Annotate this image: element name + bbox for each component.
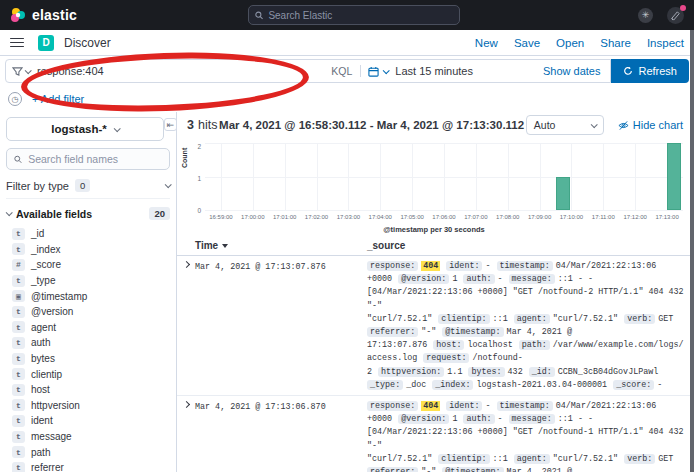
field-item-host[interactable]: thost bbox=[6, 382, 170, 398]
field-name: _type bbox=[31, 275, 55, 286]
user-avatar[interactable] bbox=[667, 7, 684, 24]
x-axis-label: @timestamp per 30 seconds bbox=[183, 225, 685, 234]
query-language-button[interactable]: KQL bbox=[323, 65, 361, 77]
field-item-httpversion[interactable]: thttpversion bbox=[6, 398, 170, 414]
source-field-key: clientip: bbox=[438, 454, 489, 464]
source-field-key: auth: bbox=[463, 274, 494, 284]
x-tick-label: 17:11:00 bbox=[592, 214, 615, 220]
x-tick-label: 17:06:00 bbox=[432, 214, 455, 220]
time-range-title: Mar 4, 2021 @ 16:58:30.112 - Mar 4, 2021… bbox=[217, 119, 525, 131]
time-range-label[interactable]: Last 15 minutes bbox=[395, 65, 533, 77]
field-item-bytes[interactable]: tbytes bbox=[6, 351, 170, 367]
refresh-button[interactable]: Refresh bbox=[611, 59, 689, 83]
string-field-type-icon: t bbox=[12, 337, 25, 349]
discover-main: 3 hits Mar 4, 2021 @ 16:58:30.112 - Mar … bbox=[177, 112, 694, 472]
filter-bar: ◷ + Add filter bbox=[0, 86, 694, 112]
time-column-header[interactable]: Time bbox=[177, 240, 367, 251]
histogram-bar-17:13:00[interactable] bbox=[667, 143, 681, 210]
x-tick-label: 17:01:00 bbox=[273, 214, 296, 220]
global-search-input[interactable] bbox=[268, 10, 453, 21]
available-fields-count-badge: 20 bbox=[149, 207, 170, 220]
source-field-value: 1.1 bbox=[447, 367, 462, 377]
search-icon bbox=[255, 11, 263, 20]
help-icon[interactable]: ✳ bbox=[638, 8, 653, 23]
filter-options-icon[interactable]: ◷ bbox=[8, 92, 22, 106]
index-pattern-label: logstash-* bbox=[51, 123, 107, 135]
field-item-clientip[interactable]: tclientip bbox=[6, 366, 170, 382]
source-field-value: logstash-2021.03.04-000001 bbox=[476, 380, 607, 390]
source-field-key: _id: bbox=[529, 367, 555, 377]
string-field-type-icon: t bbox=[12, 384, 25, 396]
source-field-key: @version: bbox=[398, 274, 449, 284]
source-field-value: ::1 bbox=[493, 314, 508, 324]
share-button[interactable]: Share bbox=[600, 37, 631, 49]
available-fields-label: Available fields bbox=[16, 208, 92, 220]
menu-icon[interactable] bbox=[10, 38, 24, 48]
elastic-logo-icon bbox=[10, 7, 26, 23]
expand-row-button[interactable] bbox=[177, 400, 195, 472]
field-item-_id[interactable]: t_id bbox=[6, 226, 170, 242]
histogram-bar-17:09:30[interactable] bbox=[556, 177, 570, 211]
expand-row-button[interactable] bbox=[177, 260, 195, 392]
string-field-type-icon: t bbox=[12, 228, 25, 240]
add-filter-button[interactable]: + Add filter bbox=[32, 93, 84, 105]
breadcrumb[interactable]: Discover bbox=[64, 36, 111, 50]
interval-select[interactable]: Auto bbox=[526, 115, 604, 135]
app-navbar: D Discover New Save Open Share Inspect bbox=[0, 30, 694, 56]
x-tick-label: 17:12:00 bbox=[624, 214, 647, 220]
field-name: auth bbox=[31, 337, 50, 348]
field-item-ident[interactable]: tident bbox=[6, 413, 170, 429]
filter-funnel-icon bbox=[12, 66, 23, 77]
field-item-@version[interactable]: t@version bbox=[6, 304, 170, 320]
elastic-logo[interactable]: elastic bbox=[10, 7, 77, 23]
field-item-agent[interactable]: tagent bbox=[6, 320, 170, 336]
save-button[interactable]: Save bbox=[514, 37, 540, 49]
collapse-sidebar-icon[interactable]: ⇤ bbox=[164, 118, 177, 131]
field-item-path[interactable]: tpath bbox=[6, 444, 170, 460]
field-list: t_idt_index#_scoret_type▣@timestampt@ver… bbox=[6, 226, 170, 472]
x-tick-label: 17:02:00 bbox=[305, 214, 328, 220]
show-dates-button[interactable]: Show dates bbox=[533, 65, 610, 77]
string-field-type-icon: t bbox=[12, 275, 25, 287]
query-bar: KQL Last 15 minutes Show dates Refresh bbox=[0, 56, 694, 86]
field-name: _index bbox=[31, 244, 60, 255]
scrollbar-thumb[interactable] bbox=[690, 30, 694, 472]
field-item-referrer[interactable]: treferrer bbox=[6, 460, 170, 472]
new-button[interactable]: New bbox=[475, 37, 498, 49]
x-tick-label: 16:59:00 bbox=[209, 214, 232, 220]
field-item-_type[interactable]: t_type bbox=[6, 273, 170, 289]
index-pattern-select[interactable]: logstash-* bbox=[6, 117, 164, 141]
field-item-_score[interactable]: #_score bbox=[6, 257, 170, 273]
field-item-@timestamp[interactable]: ▣@timestamp bbox=[6, 288, 170, 304]
field-search-input[interactable] bbox=[28, 153, 162, 165]
source-field-key: @timestamp: bbox=[442, 327, 503, 337]
x-tick-label: 17:00:00 bbox=[241, 214, 264, 220]
gridline bbox=[205, 177, 683, 178]
hide-chart-label: Hide chart bbox=[633, 119, 683, 131]
inspect-button[interactable]: Inspect bbox=[647, 37, 684, 49]
source-field-key: message: bbox=[509, 414, 555, 424]
x-tick-label: 17:13:00 bbox=[655, 214, 678, 220]
query-input[interactable] bbox=[37, 65, 323, 77]
filter-by-type-button[interactable]: Filter by type 0 bbox=[6, 177, 170, 199]
source-field-value: - bbox=[485, 261, 490, 271]
global-search[interactable] bbox=[248, 5, 460, 25]
gridline bbox=[205, 210, 683, 211]
saved-query-menu-button[interactable] bbox=[6, 66, 37, 77]
date-picker-button[interactable] bbox=[361, 66, 395, 77]
open-button[interactable]: Open bbox=[556, 37, 584, 49]
source-field-key: response: bbox=[367, 401, 418, 411]
field-item-_index[interactable]: t_index bbox=[6, 242, 170, 258]
source-field-key: _type: bbox=[367, 380, 403, 390]
source-field-key: response: bbox=[367, 261, 418, 271]
x-tick-label: 17:03:00 bbox=[337, 214, 360, 220]
field-name: message bbox=[31, 431, 72, 442]
field-name: referrer bbox=[31, 462, 64, 472]
field-item-message[interactable]: tmessage bbox=[6, 429, 170, 445]
string-field-type-icon: t bbox=[12, 446, 25, 458]
field-search[interactable] bbox=[6, 148, 170, 170]
field-item-auth[interactable]: tauth bbox=[6, 335, 170, 351]
hide-chart-button[interactable]: Hide chart bbox=[618, 119, 683, 131]
source-field-key: verb: bbox=[624, 314, 655, 324]
available-fields-header[interactable]: Available fields 20 bbox=[6, 207, 170, 220]
